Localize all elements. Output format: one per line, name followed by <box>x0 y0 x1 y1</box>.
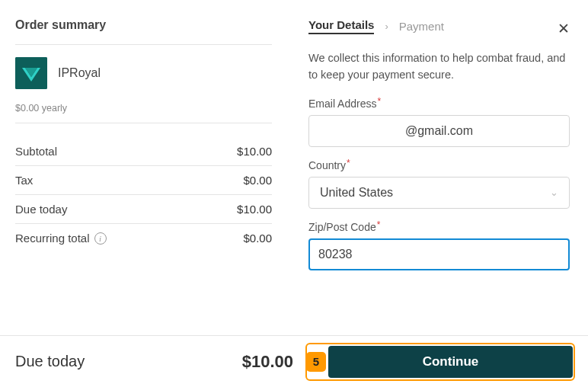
panel-description: We collect this information to help comb… <box>308 50 570 84</box>
line-recurring: Recurring total i $0.00 <box>15 224 272 252</box>
chevron-down-icon: ⌄ <box>550 187 558 198</box>
subtotal-label: Subtotal <box>15 145 57 158</box>
crumb-payment: Payment <box>399 20 444 33</box>
footer-due-amount: $10.00 <box>242 352 293 372</box>
email-label: Email Address* <box>308 98 570 110</box>
due-today-value: $10.00 <box>237 203 272 216</box>
line-subtotal: Subtotal $10.00 <box>15 137 272 166</box>
country-select[interactable]: United States ⌄ <box>308 177 570 209</box>
field-email: Email Address* <box>308 98 570 147</box>
line-tax: Tax $0.00 <box>15 166 272 195</box>
footer-summary: Due today $10.00 <box>15 352 293 372</box>
info-icon[interactable]: i <box>94 232 107 245</box>
country-label: Country* <box>308 159 570 171</box>
order-summary-panel: Order summary IPRoyal $0.00 yearly Subto… <box>0 0 293 335</box>
email-input[interactable] <box>308 115 570 147</box>
subtotal-value: $10.00 <box>237 145 272 158</box>
order-summary-title: Order summary <box>15 18 272 45</box>
zip-label: Zip/Post Code* <box>308 221 570 233</box>
tax-value: $0.00 <box>243 174 272 187</box>
product-name: IPRoyal <box>58 66 101 80</box>
chevron-right-icon: › <box>385 21 388 32</box>
line-due-today: Due today $10.00 <box>15 195 272 224</box>
crumb-your-details[interactable]: Your Details <box>308 18 374 34</box>
field-country: Country* United States ⌄ <box>308 159 570 209</box>
close-icon[interactable]: ✕ <box>558 20 570 37</box>
checkout-footer: Due today $10.00 5 Continue <box>0 335 588 387</box>
product-row: IPRoyal <box>15 57 272 89</box>
product-image <box>15 57 47 89</box>
continue-button[interactable]: Continue <box>328 346 573 378</box>
footer-due-label: Due today <box>15 353 85 370</box>
cta-wrap: 5 Continue <box>308 346 573 378</box>
country-value: United States <box>320 186 393 200</box>
recurring-value: $0.00 <box>243 232 272 245</box>
step-badge: 5 <box>306 352 326 372</box>
recurring-label: Recurring total i <box>15 232 107 245</box>
field-zip: Zip/Post Code* <box>308 221 570 270</box>
details-panel: Your Details › Payment ✕ We collect this… <box>293 0 588 335</box>
due-today-label: Due today <box>15 203 67 216</box>
tax-label: Tax <box>15 174 33 187</box>
zip-input[interactable] <box>308 238 570 270</box>
checkout-breadcrumb: Your Details › Payment <box>308 18 570 34</box>
billing-interval: $0.00 yearly <box>15 103 272 123</box>
